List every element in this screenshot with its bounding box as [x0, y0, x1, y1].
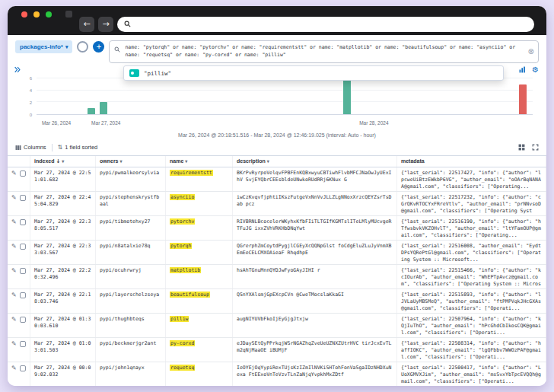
- cell-indexed: Mar 27, 2024 @ 00:09:02.032: [30, 362, 96, 386]
- grid-toolbar-right: [518, 144, 539, 151]
- back-button[interactable]: ←: [79, 17, 94, 32]
- x-axis-label: Mar 28, 2024: [359, 120, 388, 126]
- row-checkbox[interactable]: [20, 365, 26, 371]
- cell-owners: pypi/thughbteqs: [96, 314, 166, 337]
- y-axis-label: 4: [30, 88, 32, 93]
- dataview-picker[interactable]: packages-info* ▾: [15, 40, 72, 53]
- expand-document-icon[interactable]: ✎: [11, 365, 17, 371]
- expand-sidebar-icon[interactable]: [14, 66, 21, 73]
- header-owners-label: owners: [100, 158, 119, 164]
- header-indexed[interactable]: indexed ↓ ▾: [30, 156, 96, 167]
- header-metadata[interactable]: metadata: [397, 156, 546, 167]
- row-checkbox[interactable]: [20, 244, 26, 250]
- cell-name: pilliw: [166, 314, 233, 337]
- gear-icon[interactable]: ⚙: [532, 66, 539, 74]
- density-icon[interactable]: [518, 144, 525, 151]
- row-checkbox[interactable]: [20, 219, 26, 225]
- expand-document-icon[interactable]: ✎: [11, 244, 17, 250]
- url-bar[interactable]: [117, 17, 534, 32]
- cell-indexed: Mar 27, 2024 @ 22:45:04.829: [30, 192, 96, 215]
- cell-owners: pypi/pwmalkeorsylvia: [96, 167, 166, 191]
- cell-indexed: Mar 27, 2024 @ 22:20:32.496: [30, 265, 96, 288]
- cell-indexed: Mar 27, 2024 @ 22:33:03.567: [30, 241, 96, 264]
- zoom-button[interactable]: [46, 11, 52, 18]
- expand-document-icon[interactable]: ✎: [11, 268, 17, 274]
- forward-button[interactable]: →: [98, 17, 113, 32]
- table-row[interactable]: ✎ Mar 27, 2024 @ 22:51:01.682 pypi/pwmal…: [8, 167, 546, 192]
- gridline: [37, 90, 533, 91]
- header-name[interactable]: name ▾: [166, 156, 233, 167]
- row-checkbox[interactable]: [20, 317, 26, 323]
- cell-description: IeOYEjOqYypiRexTUjsKzIZmIlNVKiSHTohFonVa…: [233, 362, 397, 386]
- histogram-bar[interactable]: [343, 78, 351, 113]
- expand-document-icon[interactable]: ✎: [11, 195, 17, 201]
- expand-document-icon[interactable]: ✎: [11, 171, 17, 177]
- expand-document-icon[interactable]: ✎: [11, 341, 17, 347]
- cell-description: iwCzKvqvfjphtiIKszFutgeVxNnVvJLLZLgNNoxX…: [233, 192, 397, 215]
- header-description[interactable]: description ▾: [233, 156, 397, 167]
- table-row[interactable]: ✎ Mar 27, 2024 @ 22:45:04.829 pypi/steph…: [8, 192, 546, 216]
- table-header-row: indexed ↓ ▾ owners ▾ name ▾ description …: [8, 156, 546, 167]
- header-name-label: name: [170, 158, 183, 164]
- sorted-label: 1 field sorted: [65, 144, 97, 151]
- expand-document-icon[interactable]: ✎: [11, 317, 17, 323]
- cell-metadata: {"last_serial": 22516008, "author_email"…: [397, 241, 546, 264]
- histogram-bar[interactable]: [100, 102, 107, 113]
- cell-indexed: Mar 27, 2024 @ 01:30:03.610: [30, 314, 96, 337]
- gridline: [37, 101, 533, 102]
- columns-icon: [15, 145, 21, 151]
- table-row[interactable]: ✎ Mar 27, 2024 @ 00:09:02.032 pypi/john1…: [8, 362, 546, 387]
- cell-metadata: {"last_serial": 22516190, "info": {"auth…: [397, 216, 546, 240]
- cell-indexed: Mar 27, 2024 @ 22:51:01.682: [30, 167, 96, 191]
- clear-query-icon[interactable]: ⊗: [528, 46, 534, 57]
- header-controls: [8, 156, 30, 167]
- minimize-button[interactable]: [33, 11, 40, 18]
- cell-name: requirementstt: [166, 167, 233, 191]
- cell-description: QGrerphZmCoytdPygjlCGEyXcQQNpGlst foCdgE…: [233, 241, 397, 264]
- table-row[interactable]: ✎ Mar 27, 2024 @ 22:18:03.746 pypi/layer…: [8, 289, 546, 314]
- row-checkbox[interactable]: [20, 268, 26, 274]
- cell-owners: pypi/tibmotehxy27: [96, 216, 166, 240]
- header-description-label: description: [237, 158, 266, 164]
- cell-owners: pypi/layerschelzseya: [96, 289, 166, 313]
- table-row[interactable]: ✎ Mar 27, 2024 @ 22:33:03.567 pypi/n8ata…: [8, 241, 546, 265]
- y-axis-label: 0: [30, 113, 32, 117]
- cell-metadata: {"last_serial": 22508314, "info": {"auth…: [397, 338, 546, 362]
- table-row[interactable]: ✎ Mar 27, 2024 @ 22:38:05.517 pypi/tibmo…: [8, 216, 546, 241]
- cell-description: hsAhTGnuMnnQYDJwFyoGAyJIHI r: [233, 265, 397, 288]
- suggestion-item[interactable]: "pilliw": [129, 69, 171, 77]
- row-checkbox[interactable]: [20, 292, 26, 298]
- chevron-down-icon: ▾: [65, 44, 68, 50]
- close-button[interactable]: [21, 11, 27, 18]
- row-checkbox[interactable]: [20, 341, 26, 347]
- header-metadata-label: metadata: [401, 158, 425, 164]
- histogram-bar[interactable]: [519, 84, 527, 114]
- window-controls: [21, 11, 72, 18]
- highlighted-name: requetsq: [170, 365, 195, 371]
- table-row[interactable]: ✎ Mar 27, 2024 @ 01:30:03.610 pypi/thugh…: [8, 314, 546, 338]
- query-search-icon: [114, 46, 120, 53]
- x-axis-label: Mar 27, 2024: [91, 120, 120, 126]
- fullscreen-icon[interactable]: [532, 144, 539, 151]
- cell-name: pytorchv: [166, 216, 233, 240]
- grid-toolbar: Columns ⇅ 1 field sorted: [8, 140, 546, 156]
- query-input[interactable]: name: "pytorqh" or name: "pytorchv" or n…: [109, 40, 539, 63]
- expand-document-icon[interactable]: ✎: [11, 292, 17, 298]
- saved-query-icon[interactable]: [77, 41, 88, 53]
- add-filter-button[interactable]: +: [93, 41, 104, 53]
- sort-fields-button[interactable]: ⇅ 1 field sorted: [58, 144, 98, 151]
- chevron-down-icon: ▾: [185, 158, 187, 164]
- expand-document-icon[interactable]: ✎: [11, 219, 17, 225]
- highlighted-name: requirementstt: [170, 170, 213, 176]
- columns-button[interactable]: Columns: [15, 144, 46, 151]
- columns-label: Columns: [24, 144, 46, 151]
- browser-window: ← → packages-info* ▾ + name: "pytorqh": [8, 6, 546, 386]
- table-row[interactable]: ✎ Mar 27, 2024 @ 01:03:01.503 pypi/beckm…: [8, 338, 546, 362]
- histogram-bar[interactable]: [88, 108, 95, 114]
- row-checkbox[interactable]: [20, 195, 26, 201]
- chart-time-range: Mar 26, 2024 @ 20:18:51.516 - Mar 28, 20…: [8, 132, 546, 138]
- header-owners[interactable]: owners ▾: [96, 156, 166, 167]
- value-icon: [129, 69, 139, 77]
- table-row[interactable]: ✎ Mar 27, 2024 @ 22:20:32.496 pypi/ocuhr…: [8, 265, 546, 289]
- row-checkbox[interactable]: [20, 171, 26, 177]
